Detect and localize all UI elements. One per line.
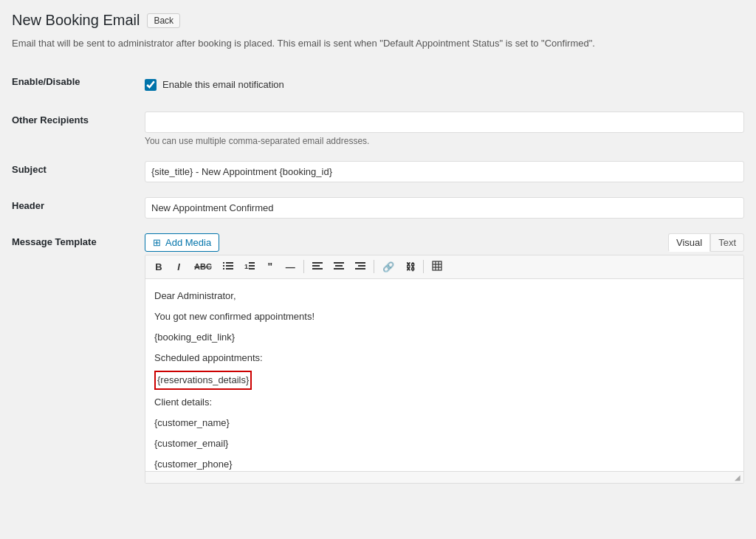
editor-line-5: {reservations_details} — [154, 371, 735, 390]
link-button[interactable]: 🔗 — [378, 259, 399, 275]
header-cell — [145, 190, 744, 226]
editor-content[interactable]: Dear Administrator, You got new confirme… — [145, 279, 743, 471]
tab-visual[interactable]: Visual — [668, 233, 710, 252]
svg-rect-1 — [226, 262, 233, 264]
svg-rect-17 — [358, 265, 365, 267]
svg-rect-13 — [334, 262, 344, 264]
enable-label: Enable/Disable — [12, 66, 145, 104]
enable-checkbox-row: Enable this email notification — [145, 73, 744, 97]
align-right-button[interactable] — [351, 258, 370, 275]
editor-top-bar: ⊞ Add Media Visual Text — [145, 233, 744, 252]
blockquote-button[interactable]: " — [261, 258, 279, 275]
editor-line-6: Client details: — [154, 394, 735, 411]
other-recipients-label: Other Recipients — [12, 104, 145, 154]
toolbar-separator-2 — [374, 260, 374, 273]
svg-rect-10 — [312, 262, 323, 264]
other-recipients-input[interactable] — [145, 111, 744, 133]
other-recipients-cell: You can use multiple comma-separated ema… — [145, 104, 744, 154]
align-center-button[interactable] — [329, 258, 348, 275]
toolbar-separator-1 — [303, 260, 304, 273]
svg-rect-0 — [223, 262, 224, 264]
ol-button[interactable]: 1. — [240, 258, 259, 275]
editor-scrollable[interactable]: Dear Administrator, You got new confirme… — [145, 279, 743, 471]
page-wrapper: New Booking Email Back Email that will b… — [12, 12, 744, 491]
form-table: Enable/Disable Enable this email notific… — [12, 66, 744, 491]
toolbar-separator-3 — [423, 260, 424, 273]
editor-line-7: {customer_name} — [154, 415, 735, 431]
add-media-icon: ⊞ — [153, 237, 161, 248]
svg-rect-14 — [335, 265, 343, 267]
bold-button[interactable]: B — [150, 259, 168, 275]
editor-tabs: Visual Text — [668, 233, 744, 252]
subject-label: Subject — [12, 154, 145, 190]
header-input[interactable] — [145, 197, 744, 219]
resize-icon: ◢ — [735, 473, 740, 481]
enable-row: Enable/Disable Enable this email notific… — [12, 66, 744, 104]
editor-toolbar: B I ABC 1. " — — [145, 255, 743, 279]
svg-rect-8 — [249, 265, 255, 267]
enable-cell: Enable this email notification — [145, 66, 744, 104]
svg-rect-16 — [355, 262, 365, 264]
align-left-button[interactable] — [308, 258, 327, 275]
svg-rect-18 — [355, 268, 365, 270]
subject-cell — [145, 154, 744, 190]
page-description: Email that will be sent to administrator… — [12, 36, 744, 51]
highlighted-reservations-tag: {reservations_details} — [154, 371, 252, 390]
message-template-label: Message Template — [12, 226, 145, 491]
svg-rect-5 — [226, 268, 233, 270]
header-row: Header — [12, 190, 744, 226]
enable-checkbox[interactable] — [145, 79, 157, 91]
other-recipients-row: Other Recipients You can use multiple co… — [12, 104, 744, 154]
editor-line-1: Dear Administrator, — [154, 288, 735, 304]
svg-rect-7 — [249, 262, 255, 264]
add-media-label: Add Media — [165, 237, 211, 248]
italic-button[interactable]: I — [170, 259, 188, 275]
svg-rect-12 — [312, 268, 323, 270]
editor-line-9: {customer_phone} — [154, 456, 735, 470]
subject-row: Subject — [12, 154, 744, 190]
title-bar: New Booking Email Back — [12, 12, 744, 29]
tab-text[interactable]: Text — [710, 233, 744, 252]
svg-rect-3 — [226, 265, 233, 267]
add-media-button[interactable]: ⊞ Add Media — [145, 233, 219, 252]
svg-rect-2 — [223, 265, 224, 267]
svg-rect-9 — [249, 268, 255, 270]
enable-checkbox-label: Enable this email notification — [162, 79, 284, 90]
editor-resize-handle[interactable]: ◢ — [145, 471, 743, 483]
dash-button[interactable]: — — [281, 259, 300, 275]
editor-line-8: {customer_email} — [154, 436, 735, 452]
editor-wrapper: B I ABC 1. " — — [145, 255, 744, 484]
message-template-cell: ⊞ Add Media Visual Text B I ABC — [145, 226, 744, 491]
editor-line-4: Scheduled appointments: — [154, 350, 735, 366]
header-label: Header — [12, 190, 145, 226]
ul-button[interactable] — [219, 258, 238, 275]
strikethrough-button[interactable]: ABC — [190, 260, 216, 273]
editor-line-2: You got new confirmed appointments! — [154, 309, 735, 325]
svg-rect-4 — [223, 268, 224, 270]
svg-rect-15 — [334, 268, 344, 270]
unlink-button[interactable]: ⛓ — [401, 259, 419, 275]
page-title: New Booking Email — [12, 12, 140, 29]
subject-input[interactable] — [145, 161, 744, 182]
message-template-row: Message Template ⊞ Add Media Visual Text — [12, 226, 744, 491]
svg-rect-19 — [433, 261, 441, 270]
other-recipients-hint: You can use multiple comma-separated ema… — [145, 136, 744, 146]
editor-line-3: {booking_edit_link} — [154, 329, 735, 346]
back-button[interactable]: Back — [147, 13, 180, 28]
table-button[interactable] — [427, 258, 447, 275]
svg-rect-11 — [312, 265, 320, 267]
